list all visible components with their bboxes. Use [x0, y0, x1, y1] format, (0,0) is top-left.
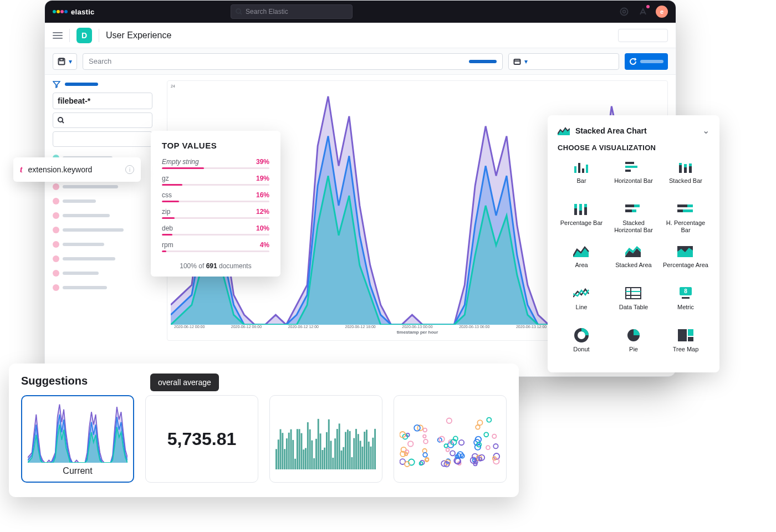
svg-point-2 [620, 8, 627, 16]
svg-rect-52 [278, 439, 279, 469]
menu-icon[interactable] [53, 32, 63, 39]
viz-option[interactable]: Stacked Bar [662, 160, 709, 192]
user-avatar[interactable]: e [656, 6, 668, 18]
svg-rect-39 [626, 288, 641, 299]
field-item[interactable] [53, 270, 158, 277]
svg-rect-77 [330, 441, 332, 469]
field-item[interactable] [53, 241, 158, 248]
suggestion-metric[interactable]: overall average 5,735.81 [145, 395, 258, 483]
viz-option[interactable]: Horizontal Bar [610, 160, 657, 192]
svg-rect-22 [689, 166, 692, 173]
field-filter-box[interactable] [53, 131, 152, 147]
info-icon[interactable]: i [125, 165, 134, 174]
app-badge[interactable]: D [76, 28, 92, 43]
svg-point-3 [623, 11, 626, 13]
svg-text:8: 8 [684, 288, 687, 294]
svg-rect-56 [286, 438, 288, 469]
svg-rect-87 [351, 457, 353, 469]
viz-picker-header[interactable]: Stacked Area Chart ⌄ [558, 125, 709, 136]
top-value-row[interactable]: zip12% [162, 208, 269, 219]
brand-name: elastic [71, 8, 95, 16]
svg-rect-57 [288, 433, 290, 469]
visualization-picker: Stacked Area Chart ⌄ CHOOSE A VISUALIZAT… [548, 115, 719, 372]
svg-rect-65 [305, 448, 307, 470]
field-item[interactable] [53, 183, 158, 190]
suggestion-current[interactable]: Current [21, 395, 134, 483]
viz-option[interactable]: Stacked Horizontal Bar [610, 202, 657, 234]
top-value-row[interactable]: rpm4% [162, 241, 269, 252]
viz-option[interactable]: Bar [558, 160, 605, 192]
top-values-title: TOP VALUES [162, 141, 269, 150]
viz-option[interactable]: 8Metric [662, 286, 709, 318]
search-icon [58, 117, 64, 124]
viz-option[interactable]: Data Table [610, 286, 657, 318]
svg-rect-60 [294, 459, 296, 469]
chevron-down-icon: ▾ [69, 58, 72, 65]
viz-option[interactable]: Area [558, 244, 605, 276]
top-values-footer: 100% of 691 documents [162, 262, 269, 270]
svg-rect-80 [336, 429, 338, 469]
field-item[interactable] [53, 198, 158, 204]
query-input[interactable]: Search [83, 53, 503, 70]
filter-icon[interactable] [53, 80, 60, 88]
top-value-row[interactable]: Empty string39% [162, 158, 269, 169]
field-chip[interactable]: t extension.keyword i [13, 157, 141, 182]
elastic-logo[interactable]: elastic [53, 8, 95, 16]
field-item[interactable] [53, 255, 158, 262]
help-icon[interactable] [618, 6, 630, 18]
svg-rect-23 [689, 163, 692, 166]
top-value-row[interactable]: css16% [162, 191, 269, 202]
top-value-row[interactable]: gz19% [162, 175, 269, 186]
svg-rect-98 [374, 429, 376, 469]
index-pattern-input[interactable] [53, 93, 152, 109]
refresh-icon [629, 58, 637, 65]
svg-rect-86 [349, 431, 351, 469]
viz-option[interactable]: Tree Map [662, 328, 709, 360]
svg-point-128 [450, 451, 455, 456]
svg-rect-7 [514, 59, 520, 64]
svg-rect-49 [688, 329, 693, 336]
svg-rect-78 [332, 458, 334, 469]
top-value-row[interactable]: deb10% [162, 224, 269, 236]
svg-point-104 [423, 435, 426, 438]
viz-option[interactable]: Stacked Area [610, 244, 657, 276]
page-title: User Experience [106, 30, 171, 40]
query-toolbar: ▾ Search ▾ [45, 48, 676, 75]
viz-option[interactable]: H. Percentage Bar [662, 202, 709, 234]
field-item[interactable] [53, 212, 158, 219]
svg-rect-11 [574, 166, 576, 173]
svg-rect-33 [632, 209, 636, 212]
viz-option[interactable]: Pie [610, 328, 657, 360]
svg-rect-70 [315, 439, 317, 469]
viz-option[interactable]: Percentage Area [662, 244, 709, 276]
field-name: extension.keyword [28, 165, 92, 174]
svg-rect-53 [280, 429, 282, 469]
svg-rect-35 [687, 204, 693, 207]
suggestion-scatter[interactable] [394, 395, 507, 483]
stacked-area-icon [558, 126, 570, 135]
field-type-icon: t [20, 165, 22, 175]
viz-option[interactable]: Percentage Bar [558, 202, 605, 234]
field-item[interactable] [53, 284, 158, 291]
global-search[interactable]: Search Elastic [231, 4, 353, 19]
svg-rect-51 [275, 449, 277, 469]
viz-option[interactable]: Line [558, 286, 605, 318]
time-picker[interactable]: ▾ [508, 53, 619, 70]
svg-rect-27 [579, 204, 582, 211]
header-action[interactable] [618, 29, 668, 42]
svg-point-148 [492, 434, 496, 438]
calendar-icon [513, 58, 521, 65]
field-item[interactable] [53, 227, 158, 233]
svg-rect-29 [584, 204, 587, 207]
viz-option[interactable]: Donut [558, 328, 605, 360]
svg-rect-58 [290, 429, 292, 469]
news-icon[interactable] [637, 6, 649, 18]
svg-rect-96 [370, 447, 372, 469]
suggestion-bar[interactable] [269, 395, 382, 483]
svg-rect-19 [679, 163, 682, 165]
svg-rect-89 [355, 429, 357, 469]
save-query-button[interactable]: ▾ [53, 53, 77, 70]
field-search[interactable] [53, 112, 152, 128]
svg-point-145 [484, 432, 488, 437]
refresh-button[interactable] [625, 53, 668, 70]
